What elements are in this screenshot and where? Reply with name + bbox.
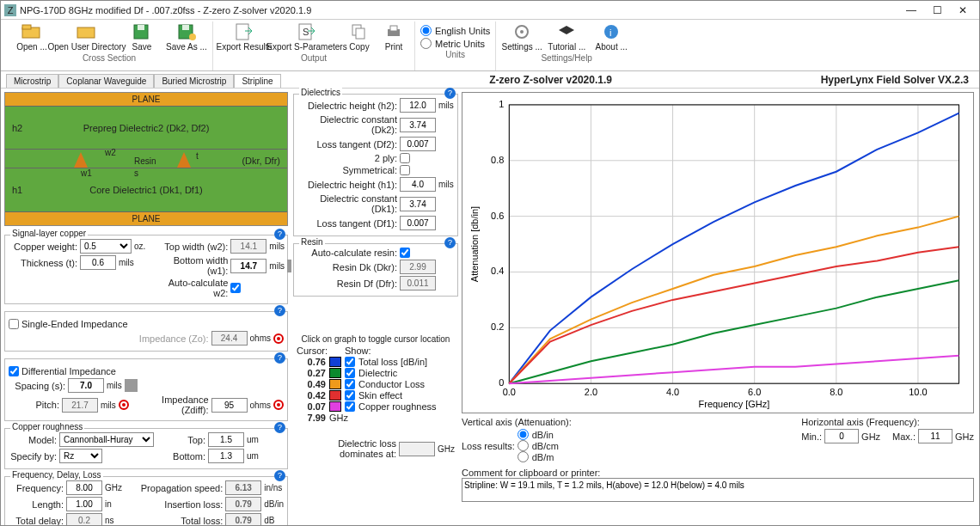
- show-series-checkbox[interactable]: [345, 357, 355, 367]
- df2-input[interactable]: [400, 137, 436, 151]
- close-button[interactable]: ✕: [950, 4, 976, 16]
- df1-input[interactable]: [400, 216, 436, 230]
- title-bar: Z NPG-170D 8GHz modified Df - .007.z0fss…: [1, 1, 979, 20]
- export-icon: [233, 22, 255, 41]
- frequency-input[interactable]: [66, 480, 102, 495]
- auto-resin-checkbox[interactable]: [400, 248, 410, 258]
- info-icon[interactable]: ?: [274, 470, 285, 481]
- auto-w2-checkbox[interactable]: [230, 283, 241, 293]
- delay-output: [66, 513, 102, 525]
- svg-text:Frequency [GHz]: Frequency [GHz]: [699, 399, 770, 409]
- loss-unit-radio[interactable]: dB/in: [518, 429, 559, 440]
- tab-stripline[interactable]: Stripline: [234, 74, 280, 88]
- info-icon[interactable]: ?: [444, 237, 456, 248]
- info-icon[interactable]: ?: [274, 352, 285, 364]
- export-sparam-button[interactable]: S Export S-Parameters: [273, 21, 340, 52]
- zdiff-input[interactable]: [211, 398, 248, 413]
- specify-by-select[interactable]: Rz: [59, 449, 102, 463]
- zo-input: [211, 331, 248, 346]
- copper-weight-select[interactable]: 0.5: [80, 239, 132, 254]
- trace-left: [74, 152, 88, 168]
- insertion-loss-output: [225, 497, 261, 511]
- target-icon[interactable]: [273, 400, 284, 410]
- english-units-radio[interactable]: English Units: [420, 25, 490, 36]
- max-freq-input[interactable]: [918, 429, 952, 443]
- svg-rect-2: [77, 28, 95, 38]
- freq-delay-loss-group: Frequency, Delay, Loss ? Frequency: GHz …: [4, 476, 288, 525]
- legend-row: 0.07Copper roughness: [297, 401, 455, 412]
- thickness-input[interactable]: [80, 255, 116, 270]
- rough-top-input[interactable]: [208, 432, 244, 447]
- min-freq-input[interactable]: [824, 429, 859, 443]
- legend-row: 0.27Dielectric: [297, 368, 455, 378]
- tab-coplanar-waveguide[interactable]: Coplanar Waveguide: [58, 74, 154, 88]
- copy-button[interactable]: Copy: [344, 21, 375, 52]
- horiz-axis-panel: Horizontal axis (Frequency): Min.: GHz M…: [801, 417, 974, 445]
- maximize-button[interactable]: ☐: [924, 4, 950, 16]
- two-ply-checkbox[interactable]: [400, 153, 410, 163]
- color-swatch: [329, 390, 341, 401]
- loss-unit-radio[interactable]: dB/cm: [518, 440, 559, 451]
- about-button[interactable]: i About ...: [591, 21, 632, 52]
- show-series-checkbox[interactable]: [345, 401, 355, 412]
- dielectrics-group: Dielectrics ? Dielectric height (h2):mil…: [293, 94, 458, 236]
- info-icon[interactable]: ?: [274, 422, 285, 433]
- svg-text:0.0: 0.0: [503, 387, 516, 397]
- export-results-button[interactable]: Export Results: [218, 21, 270, 52]
- bottom-width-input[interactable]: [230, 259, 266, 273]
- length-input[interactable]: [66, 497, 102, 511]
- trace-right: [177, 152, 191, 168]
- print-button[interactable]: Print: [378, 21, 409, 52]
- metric-units-radio[interactable]: Metric Units: [420, 38, 490, 49]
- minimize-button[interactable]: —: [898, 4, 924, 16]
- target-icon[interactable]: [273, 333, 284, 344]
- se-impedance-checkbox[interactable]: [9, 319, 19, 329]
- info-icon[interactable]: ?: [274, 229, 285, 240]
- legend-row: 0.49Conductor Loss: [297, 379, 455, 389]
- copper-roughness-group: Copper roughness ? Model: Cannonball-Hur…: [4, 428, 288, 469]
- graduation-cap-icon: [555, 22, 578, 41]
- dk2-input[interactable]: [400, 118, 436, 132]
- settings-button[interactable]: Settings ...: [501, 21, 542, 52]
- save-as-button[interactable]: Save As ...: [166, 21, 207, 52]
- svg-text:10.0: 10.0: [909, 387, 927, 397]
- target-icon[interactable]: [119, 400, 129, 410]
- calculator-icon[interactable]: [125, 379, 138, 392]
- rough-bot-input[interactable]: [208, 449, 244, 463]
- spacing-input[interactable]: [68, 378, 104, 393]
- info-icon[interactable]: ?: [444, 88, 456, 99]
- differential-group: ? Differential Impedance Spacing (s): mi…: [4, 358, 288, 421]
- ribbon: Open ... Open User Directory Save Save A…: [1, 20, 979, 71]
- h1-input[interactable]: [400, 177, 436, 192]
- folder-open-icon: [21, 22, 43, 41]
- svg-text:1: 1: [499, 99, 504, 109]
- comment-textarea[interactable]: [462, 478, 974, 502]
- svg-rect-1: [22, 25, 31, 29]
- diff-impedance-checkbox[interactable]: [9, 366, 19, 376]
- h2-input[interactable]: [400, 98, 436, 113]
- svg-text:4.0: 4.0: [666, 387, 679, 397]
- prop-speed-output: [225, 480, 261, 495]
- export-s-icon: S: [296, 22, 318, 41]
- open-button[interactable]: Open ...: [11, 21, 52, 52]
- attenuation-chart[interactable]: 0.02.04.06.08.010.000.20.40.60.81Frequen…: [462, 92, 974, 413]
- tab-buried-microstrip[interactable]: Buried Microstrip: [154, 74, 234, 88]
- prepreg-region: h2 Prepreg Dielectric2 (Dk2, Df2): [5, 107, 287, 150]
- info-icon[interactable]: ?: [274, 305, 285, 316]
- save-button[interactable]: Save: [121, 21, 162, 52]
- show-series-checkbox[interactable]: [345, 379, 355, 389]
- show-series-checkbox[interactable]: [345, 390, 355, 401]
- dk1-input[interactable]: [400, 197, 436, 211]
- svg-rect-4: [138, 25, 144, 30]
- resin-dk-output: [400, 260, 436, 274]
- symmetrical-checkbox[interactable]: [400, 165, 410, 175]
- svg-text:8.0: 8.0: [830, 387, 842, 397]
- open-user-dir-button[interactable]: Open User Directory: [56, 21, 118, 52]
- roughness-model-select[interactable]: Cannonball-Huray: [59, 432, 154, 447]
- show-series-checkbox[interactable]: [345, 368, 355, 378]
- loss-unit-radio[interactable]: dB/m: [518, 451, 559, 462]
- tutorial-button[interactable]: Tutorial ...: [546, 21, 587, 52]
- svg-point-7: [189, 34, 196, 40]
- tab-microstrip[interactable]: Microstrip: [6, 74, 58, 88]
- calculator-icon[interactable]: [287, 260, 291, 272]
